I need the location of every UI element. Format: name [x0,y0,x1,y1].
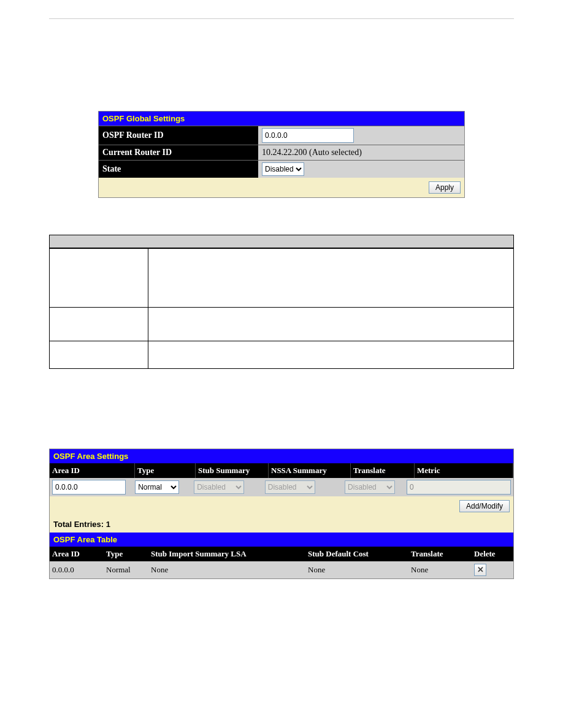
apply-button[interactable]: Apply [429,181,461,194]
metric-input [407,480,511,495]
header-nssa-summary: NSSA Summary [269,463,351,478]
header-translate: Translate [351,463,415,478]
total-entries: Total Entries: 1 [50,516,513,533]
router-id-label: OSPF Router ID [99,126,258,145]
router-id-input[interactable] [262,128,354,143]
th-area-id: Area ID [50,547,104,561]
current-router-id-value: 10.24.22.200 (Auto selected) [258,145,464,160]
current-router-id-row: Current Router ID 10.24.22.200 (Auto sel… [99,145,464,160]
table-row: 0.0.0.0 Normal None None None ✕ [50,561,513,578]
area-id-input[interactable] [52,480,126,495]
cell-stub-import: None [148,561,305,578]
ospf-global-settings-panel: OSPF Global Settings OSPF Router ID Curr… [98,111,465,198]
panel-title: OSPF Global Settings [99,112,464,126]
description-table [49,248,514,369]
header-area-id: Area ID [50,463,135,478]
header-type: Type [135,463,196,478]
area-table-title: OSPF Area Table [50,533,513,547]
area-table: Area ID Type Stub Import Summary LSA Stu… [50,547,513,578]
translate-select: Disabled [345,480,395,494]
description-section [49,235,514,369]
cell-stub-default-cost: None [305,561,408,578]
divider [49,18,514,19]
header-metric: Metric [415,463,513,478]
area-settings-input-row: Normal Disabled Disabled Disabled [50,478,513,496]
th-delete: Delete [472,547,513,561]
th-stub-default-cost: Stub Default Cost [305,547,408,561]
state-row: State Disabled [99,160,464,178]
router-id-row: OSPF Router ID [99,126,464,145]
area-settings-header-row: Area ID Type Stub Summary NSSA Summary T… [50,463,513,478]
ospf-area-settings-panel: OSPF Area Settings Area ID Type Stub Sum… [49,449,514,579]
description-header [49,235,514,248]
state-select[interactable]: Disabled [262,162,304,176]
area-table-header-row: Area ID Type Stub Import Summary LSA Stu… [50,547,513,561]
add-modify-button[interactable]: Add/Modify [459,500,510,512]
cell-translate: None [408,561,472,578]
cell-area-id: 0.0.0.0 [50,561,104,578]
state-label: State [99,161,258,178]
area-settings-title: OSPF Area Settings [50,449,513,463]
th-translate: Translate [408,547,472,561]
type-select[interactable]: Normal [135,480,179,494]
stub-summary-select: Disabled [194,480,244,494]
nssa-summary-select: Disabled [265,480,315,494]
delete-button[interactable]: ✕ [474,564,486,576]
close-icon: ✕ [477,565,484,575]
th-stub-import: Stub Import Summary LSA [148,547,305,561]
cell-type: Normal [104,561,148,578]
header-stub-summary: Stub Summary [196,463,269,478]
th-type: Type [104,547,148,561]
current-router-id-label: Current Router ID [99,145,258,160]
